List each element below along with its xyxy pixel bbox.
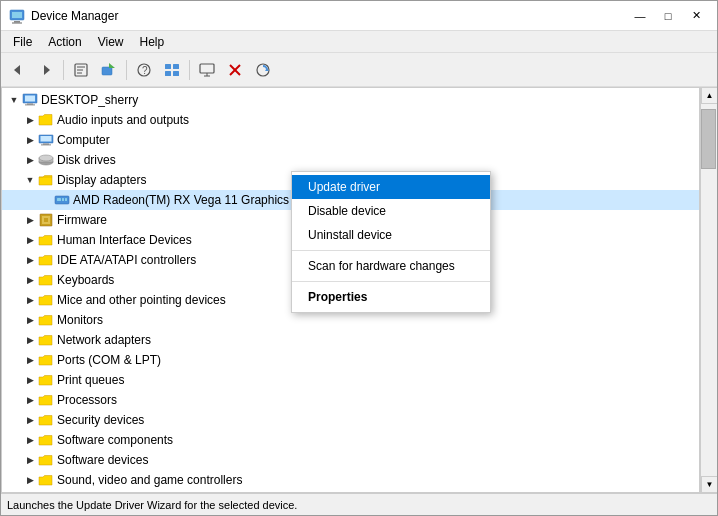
- scan-tb-button[interactable]: [250, 57, 276, 83]
- tree-label-sound: Sound, video and game controllers: [57, 473, 242, 487]
- status-text: Launches the Update Driver Wizard for th…: [7, 499, 297, 511]
- expander-network[interactable]: ▶: [22, 332, 38, 348]
- monitor-tb-button[interactable]: [194, 57, 220, 83]
- scroll-up-button[interactable]: ▲: [701, 87, 717, 104]
- expander-display[interactable]: ▼: [22, 172, 38, 188]
- menu-action[interactable]: Action: [40, 33, 89, 51]
- svg-rect-10: [102, 67, 112, 75]
- expander-sound[interactable]: ▶: [22, 472, 38, 488]
- title-bar-left: Device Manager: [9, 8, 118, 24]
- tree-item-software-dev[interactable]: ▶ Software devices: [2, 450, 699, 470]
- ctx-disable-device[interactable]: Disable device: [292, 199, 490, 223]
- expander-monitors[interactable]: ▶: [22, 312, 38, 328]
- ctx-update-driver[interactable]: Update driver: [292, 175, 490, 199]
- menu-bar: File Action View Help: [1, 31, 717, 53]
- expander-software-dev[interactable]: ▶: [22, 452, 38, 468]
- tree-item-disk[interactable]: ▶ Disk drives: [2, 150, 699, 170]
- ide-icon: [38, 252, 54, 268]
- scroll-down-button[interactable]: ▼: [701, 476, 717, 493]
- svg-rect-37: [57, 198, 61, 201]
- minimize-button[interactable]: —: [627, 5, 653, 27]
- window-controls: — □ ✕: [627, 5, 709, 27]
- expander-ide[interactable]: ▶: [22, 252, 38, 268]
- tree-item-audio[interactable]: ▶ Audio inputs and outputs: [2, 110, 699, 130]
- expander-disk[interactable]: ▶: [22, 152, 38, 168]
- svg-rect-17: [173, 71, 179, 76]
- maximize-button[interactable]: □: [655, 5, 681, 27]
- computer-icon: [22, 92, 38, 108]
- content-area: ▼ DESKTOP_sherry ▶: [1, 87, 717, 493]
- tree-item-processors[interactable]: ▶ Processors: [2, 390, 699, 410]
- tree-label-security: Security devices: [57, 413, 144, 427]
- ctx-properties[interactable]: Properties: [292, 285, 490, 309]
- expander-printq[interactable]: ▶: [22, 372, 38, 388]
- expander-computer[interactable]: ▶: [22, 132, 38, 148]
- svg-rect-14: [165, 64, 171, 69]
- device-view-tb-button[interactable]: [159, 57, 185, 83]
- tree-label-monitors: Monitors: [57, 313, 103, 327]
- tree-item-monitors[interactable]: ▶ Monitors: [2, 310, 699, 330]
- svg-marker-4: [14, 65, 20, 75]
- expander-hid[interactable]: ▶: [22, 232, 38, 248]
- tree-item-software-comp[interactable]: ▶ Software components: [2, 430, 699, 450]
- tree-item-computer[interactable]: ▶ Computer: [2, 130, 699, 150]
- mice-icon: [38, 292, 54, 308]
- ctx-uninstall-device[interactable]: Uninstall device: [292, 223, 490, 247]
- tree-item-sound[interactable]: ▶ Sound, video and game controllers: [2, 470, 699, 490]
- expander-storage[interactable]: ▶: [22, 492, 38, 493]
- tree-item-security[interactable]: ▶ Security devices: [2, 410, 699, 430]
- tree-label-mice: Mice and other pointing devices: [57, 293, 226, 307]
- menu-file[interactable]: File: [5, 33, 40, 51]
- disk-icon: [38, 152, 54, 168]
- tree-label-gpu: AMD Radeon(TM) RX Vega 11 Graphics: [73, 193, 289, 207]
- svg-rect-27: [27, 104, 33, 105]
- ctx-separator-2: [292, 281, 490, 282]
- close-button[interactable]: ✕: [683, 5, 709, 27]
- forward-button[interactable]: [33, 57, 59, 83]
- tree-item-storage[interactable]: ▶ Storage controllers: [2, 490, 699, 493]
- expander-mice[interactable]: ▶: [22, 292, 38, 308]
- processors-icon: [38, 392, 54, 408]
- tree-item-printq[interactable]: ▶ Print queues: [2, 370, 699, 390]
- tree-label-processors: Processors: [57, 393, 117, 407]
- scroll-thumb[interactable]: [701, 109, 716, 169]
- hid-icon: [38, 232, 54, 248]
- svg-marker-5: [44, 65, 50, 75]
- tree-label-hid: Human Interface Devices: [57, 233, 192, 247]
- expander-software-comp[interactable]: ▶: [22, 432, 38, 448]
- tree-item-ports[interactable]: ▶ Ports (COM & LPT): [2, 350, 699, 370]
- expander-audio[interactable]: ▶: [22, 112, 38, 128]
- ctx-scan-hardware[interactable]: Scan for hardware changes: [292, 254, 490, 278]
- update-driver-tb-button[interactable]: [96, 57, 122, 83]
- svg-rect-42: [44, 218, 48, 222]
- properties-tb-button[interactable]: [68, 57, 94, 83]
- tree-label-printq: Print queues: [57, 373, 124, 387]
- tree-label-disk: Disk drives: [57, 153, 116, 167]
- menu-help[interactable]: Help: [132, 33, 173, 51]
- expander-keyboards[interactable]: ▶: [22, 272, 38, 288]
- scroll-track[interactable]: [701, 104, 717, 476]
- security-icon: [38, 412, 54, 428]
- expander-firmware[interactable]: ▶: [22, 212, 38, 228]
- toolbar-separator-2: [126, 60, 127, 80]
- menu-view[interactable]: View: [90, 33, 132, 51]
- expander-processors[interactable]: ▶: [22, 392, 38, 408]
- expander-root[interactable]: ▼: [6, 92, 22, 108]
- svg-rect-30: [41, 136, 52, 142]
- delete-tb-button[interactable]: [222, 57, 248, 83]
- tree-label-ports: Ports (COM & LPT): [57, 353, 161, 367]
- back-button[interactable]: [5, 57, 31, 83]
- vertical-scrollbar[interactable]: ▲ ▼: [700, 87, 717, 493]
- sound-icon: [38, 472, 54, 488]
- expander-ports[interactable]: ▶: [22, 352, 38, 368]
- expander-security[interactable]: ▶: [22, 412, 38, 428]
- tree-item-root[interactable]: ▼ DESKTOP_sherry: [2, 90, 699, 110]
- svg-rect-2: [14, 21, 20, 23]
- tree-label-display: Display adapters: [57, 173, 146, 187]
- svg-rect-31: [43, 144, 49, 145]
- help-tb-button[interactable]: ?: [131, 57, 157, 83]
- title-bar: Device Manager — □ ✕: [1, 1, 717, 31]
- tree-item-network[interactable]: ▶ Network adapters: [2, 330, 699, 350]
- svg-rect-16: [165, 71, 171, 76]
- display-folder-icon: [38, 172, 54, 188]
